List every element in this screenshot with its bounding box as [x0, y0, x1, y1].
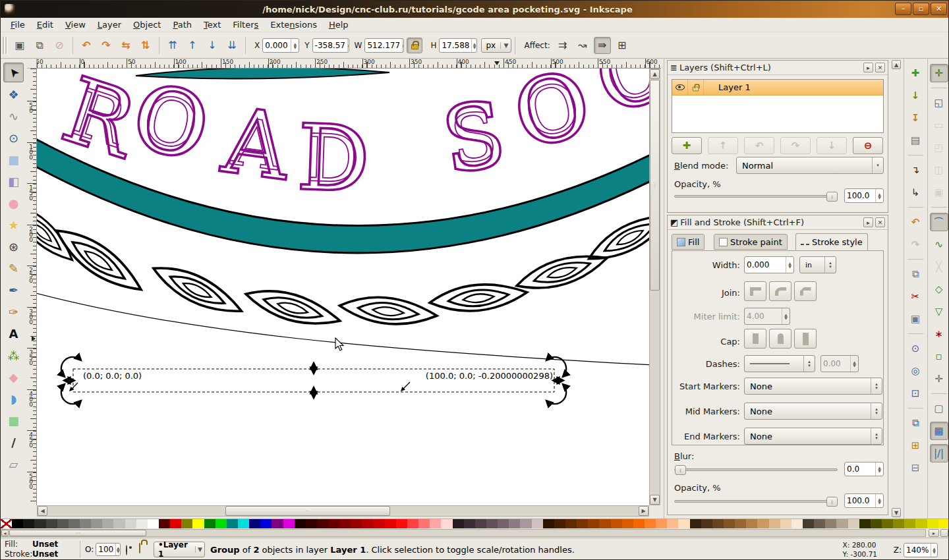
color-swatch[interactable]: [848, 519, 859, 528]
color-swatch[interactable]: [430, 519, 441, 528]
fill-stroke-indicator[interactable]: Fill:Unset Stroke:Unset: [5, 540, 58, 559]
color-swatch[interactable]: [814, 519, 825, 528]
color-swatch[interactable]: [238, 519, 249, 528]
minimize-button[interactable]: –: [895, 3, 911, 15]
color-swatch[interactable]: [317, 519, 328, 528]
x-field[interactable]: 0.000▲▼: [262, 38, 299, 53]
snap-page-border-icon[interactable]: ▢: [930, 399, 948, 418]
vertical-scrollbar[interactable]: ▲ ⋮ ▼: [649, 69, 660, 505]
color-swatch[interactable]: [611, 519, 622, 528]
color-swatch[interactable]: [249, 519, 260, 528]
color-swatch[interactable]: [181, 519, 192, 528]
toolbar-grip[interactable]: [3, 37, 8, 54]
rotate-ccw-icon[interactable]: ↶: [78, 37, 95, 54]
color-swatch[interactable]: [12, 519, 23, 528]
layer-lock-toggle[interactable]: [139, 544, 140, 553]
color-swatch[interactable]: [385, 519, 396, 528]
zoom-drawing-icon[interactable]: ◎: [906, 362, 925, 380]
eraser-tool[interactable]: ◆: [3, 367, 24, 387]
affect-patterns-icon[interactable]: ⊞: [614, 37, 631, 54]
menu-text[interactable]: Text: [198, 18, 227, 31]
print-icon[interactable]: ▤: [906, 131, 925, 150]
tab-stroke-style[interactable]: Stroke style: [795, 233, 868, 250]
color-swatch[interactable]: [283, 519, 295, 528]
miter-limit-field[interactable]: 4.00▲▼: [744, 308, 790, 325]
h-field[interactable]: 17.588▲▼: [439, 38, 477, 53]
color-swatch[interactable]: [351, 519, 362, 528]
pen-tool[interactable]: ✒: [3, 280, 24, 300]
color-swatch[interactable]: [927, 519, 938, 528]
menu-help[interactable]: Help: [323, 18, 355, 31]
color-swatch[interactable]: [532, 519, 543, 528]
snap-smooth-nodes-icon[interactable]: ▽: [930, 302, 948, 321]
color-swatch[interactable]: [645, 519, 656, 528]
end-markers-select[interactable]: None▴▾: [744, 428, 882, 445]
color-swatch[interactable]: [260, 519, 272, 528]
menu-filters[interactable]: Filters: [227, 18, 264, 31]
stroke-width-field[interactable]: 0.000▲▼: [744, 256, 794, 273]
layer-lock-toggle[interactable]: [688, 80, 704, 95]
pencil-tool[interactable]: ✎: [3, 258, 24, 278]
node-tool[interactable]: ❖: [3, 84, 24, 104]
layer-list[interactable]: Layer 1: [672, 79, 884, 133]
snap-midpoints-icon[interactable]: ∗: [930, 325, 948, 343]
delete-layer-button[interactable]: ⊖: [853, 137, 883, 154]
color-swatch[interactable]: [791, 519, 803, 528]
lower-layer-to-bottom-button[interactable]: ↓: [817, 137, 847, 154]
swatch-none[interactable]: [1, 519, 12, 528]
cap-butt-button[interactable]: [744, 329, 766, 349]
horizontal-scrollbar[interactable]: ◀ ⋯ ▶: [37, 505, 649, 517]
color-swatch[interactable]: [938, 519, 949, 528]
cap-round-button[interactable]: [769, 329, 791, 349]
vertical-scrollbar-thumb[interactable]: ⋮: [650, 80, 660, 291]
cut-icon[interactable]: ✂: [906, 287, 925, 306]
create-clone-icon[interactable]: ⊞: [906, 436, 925, 455]
affect-stroke-icon[interactable]: ⇉: [554, 37, 571, 54]
color-swatch[interactable]: [554, 519, 565, 528]
color-swatch[interactable]: [633, 519, 645, 528]
palette-scrollbar-thumb[interactable]: ⋯: [9, 530, 146, 536]
selector-tool[interactable]: ➤: [3, 63, 24, 82]
lower-to-bottom-icon[interactable]: ⇊: [223, 37, 241, 54]
color-swatch[interactable]: [57, 519, 69, 528]
slider-thumb[interactable]: ∥: [826, 497, 838, 507]
color-swatch[interactable]: [34, 519, 45, 528]
color-swatch[interactable]: [599, 519, 610, 528]
panel-close-button[interactable]: ✕: [875, 63, 885, 72]
color-swatch[interactable]: [871, 519, 882, 528]
color-swatch[interactable]: [701, 519, 712, 528]
mid-markers-select[interactable]: None▴▾: [744, 403, 882, 420]
paint-bucket-tool[interactable]: ◗: [3, 389, 24, 408]
zoom-tool[interactable]: ⊙: [3, 128, 24, 148]
palette-scroll-left-button[interactable]: ◂: [1, 530, 9, 536]
color-swatch[interactable]: [509, 519, 520, 528]
color-swatch[interactable]: [690, 519, 701, 528]
save-document-icon[interactable]: ↧: [906, 109, 925, 127]
color-swatch[interactable]: [464, 519, 475, 528]
snap-cusp-nodes-icon[interactable]: ◇: [930, 280, 948, 298]
open-document-icon[interactable]: ↓: [906, 86, 925, 105]
select-all-icon[interactable]: ▣: [11, 37, 28, 54]
fs-opacity-field[interactable]: 100.0▲▼: [844, 493, 884, 508]
color-swatch[interactable]: [170, 519, 181, 528]
color-swatch[interactable]: [407, 519, 418, 528]
color-swatch[interactable]: [656, 519, 667, 528]
layer-visibility-toggle[interactable]: [672, 80, 688, 95]
current-layer-select[interactable]: •Layer 1▼: [154, 542, 205, 557]
scroll-up-button[interactable]: ▲: [892, 60, 901, 69]
snap-bbox-centers-icon[interactable]: ▣: [930, 183, 948, 202]
dashes-select[interactable]: ▴▾: [744, 355, 815, 372]
flip-horizontal-icon[interactable]: ⇆: [117, 37, 134, 54]
snap-object-centers-icon[interactable]: ▫: [930, 347, 948, 366]
w-field[interactable]: 512.177▲▼: [364, 38, 404, 53]
maximize-button[interactable]: ▫: [913, 3, 929, 15]
snap-guides-icon[interactable]: |∕|: [930, 444, 948, 462]
select-all-layers-icon[interactable]: ⧉: [31, 37, 48, 54]
color-swatch[interactable]: [125, 519, 136, 528]
color-swatch[interactable]: [374, 519, 385, 528]
color-swatch[interactable]: [23, 519, 34, 528]
palette-scrollbar[interactable]: ◂ ⋯ ▸: [1, 529, 949, 537]
menu-extensions[interactable]: Extensions: [264, 18, 323, 31]
color-swatch[interactable]: [475, 519, 486, 528]
flip-vertical-icon[interactable]: ⇅: [137, 37, 154, 54]
